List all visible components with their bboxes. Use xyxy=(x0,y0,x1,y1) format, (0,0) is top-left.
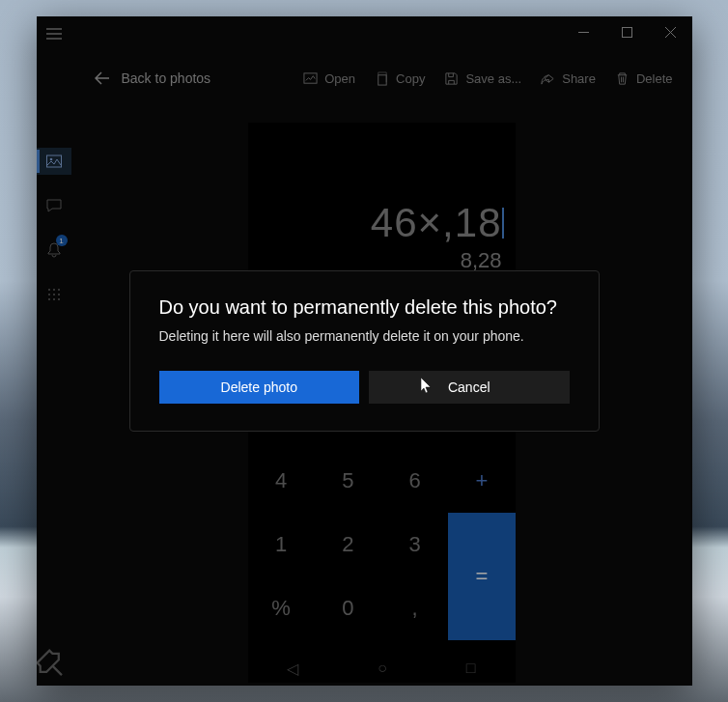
cancel-button[interactable]: Cancel xyxy=(369,371,570,404)
app-window: 1 Back to photos Open Copy xyxy=(37,16,692,686)
delete-photo-button[interactable]: Delete photo xyxy=(159,371,360,404)
modal-overlay: Do you want to permanently delete this p… xyxy=(37,16,692,686)
delete-confirmation-dialog: Do you want to permanently delete this p… xyxy=(129,270,600,432)
dialog-body: Deleting it here will also permanently d… xyxy=(159,328,570,344)
dialog-title: Do you want to permanently delete this p… xyxy=(159,296,570,319)
dialog-buttons: Delete photo Cancel xyxy=(159,371,570,404)
mouse-cursor-icon xyxy=(421,378,433,395)
